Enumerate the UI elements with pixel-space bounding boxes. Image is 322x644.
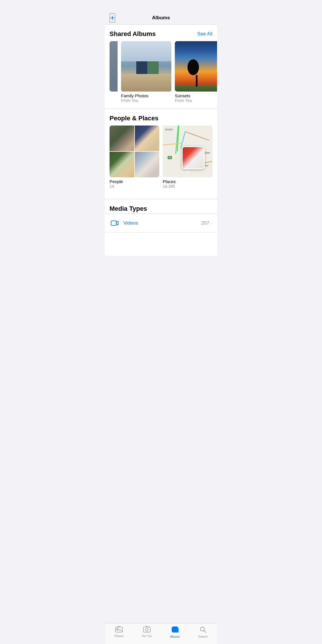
media-types-title: Media Types — [110, 205, 147, 212]
list-item[interactable]: Sunsets From You — [175, 41, 217, 103]
chevron-icon: › — [211, 221, 212, 225]
video-icon — [110, 218, 120, 228]
album-name: Sunsets — [175, 93, 217, 98]
people-count: 14 — [110, 184, 159, 189]
page-title: Albums — [152, 15, 170, 21]
people-places-grid: People 14 B4390 4386 me — [105, 126, 217, 193]
album-name: Family Photos — [121, 93, 171, 98]
places-card[interactable]: B4390 4386 mery 83 ♥ Places 16,395 — [163, 126, 212, 189]
nav-bar: + Albums — [105, 13, 217, 24]
album-from: From You — [175, 98, 217, 103]
map-photo-pin — [182, 146, 205, 169]
person-thumb-3 — [110, 152, 134, 177]
shared-albums-scroll[interactable]: Family Photos From You Sunsets From You — [105, 41, 217, 103]
person-thumb-4 — [135, 152, 160, 177]
person-thumb-1 — [110, 126, 134, 151]
person-thumb-2 — [135, 126, 160, 151]
shared-albums-header: Shared Albums See All — [105, 30, 217, 41]
svg-rect-0 — [111, 221, 116, 225]
shared-albums-see-all[interactable]: See All — [197, 31, 212, 37]
media-types-header: Media Types — [105, 205, 217, 214]
people-places-title: People & Places — [110, 115, 158, 122]
content: Shared Albums See All — [105, 24, 217, 256]
people-card[interactable]: People 14 — [110, 126, 159, 189]
shared-albums-title: Shared Albums — [110, 30, 156, 38]
album-from: From You — [121, 98, 171, 103]
places-count: 16,395 — [163, 184, 212, 189]
status-bar — [105, 0, 217, 13]
list-item[interactable] — [110, 41, 118, 103]
people-label: People — [110, 179, 159, 184]
add-album-button[interactable]: + — [110, 13, 115, 22]
people-places-section: People & Places — [105, 109, 217, 199]
shared-albums-section: Shared Albums See All — [105, 24, 217, 109]
videos-count: 207 — [201, 220, 209, 226]
media-item-videos[interactable]: Videos 207 › — [105, 214, 217, 233]
people-places-header: People & Places — [105, 115, 217, 126]
media-types-section: Media Types Videos 207 › — [105, 199, 217, 233]
videos-label: Videos — [123, 220, 201, 226]
list-item[interactable]: Family Photos From You — [121, 41, 171, 103]
places-label: Places — [163, 179, 212, 184]
